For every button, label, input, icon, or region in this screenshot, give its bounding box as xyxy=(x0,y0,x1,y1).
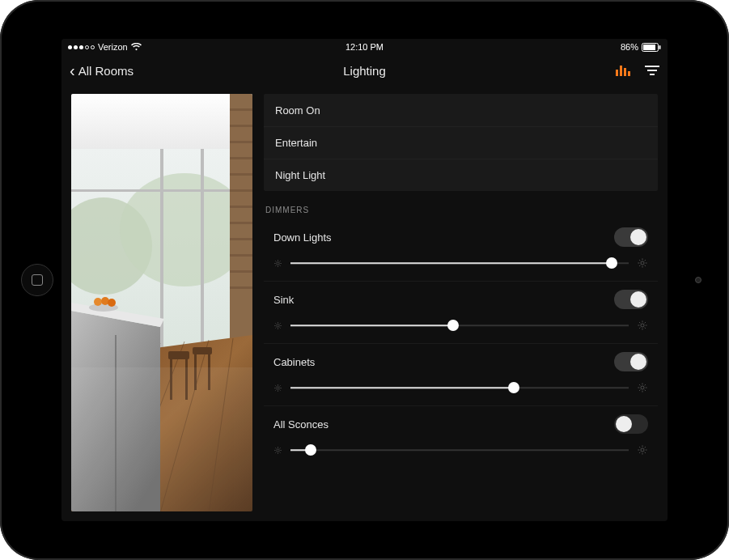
signal-strength-icon xyxy=(68,45,95,49)
chevron-left-icon: ‹ xyxy=(70,62,75,78)
svg-line-49 xyxy=(280,265,281,265)
svg-line-59 xyxy=(639,265,640,266)
brightness-low-icon xyxy=(273,446,282,455)
svg-line-75 xyxy=(639,322,640,323)
svg-line-48 xyxy=(276,261,277,261)
filter-icon[interactable] xyxy=(645,66,659,75)
screen: Verizon 12:10 PM 86% ‹ All Rooms Lightin… xyxy=(61,39,668,521)
brightness-low-icon xyxy=(273,259,282,268)
svg-line-77 xyxy=(639,328,640,329)
dimmer-name: Cabinets xyxy=(273,356,315,368)
svg-rect-14 xyxy=(230,141,252,143)
svg-point-79 xyxy=(277,386,279,388)
wifi-icon xyxy=(131,43,142,51)
dimmer-toggle[interactable] xyxy=(614,290,648,309)
svg-line-94 xyxy=(645,390,646,391)
svg-rect-42 xyxy=(71,367,252,511)
svg-line-113 xyxy=(639,452,640,453)
svg-line-93 xyxy=(639,384,640,385)
scene-item-room-on[interactable]: Room On xyxy=(264,94,658,126)
svg-line-84 xyxy=(276,385,277,386)
dimmer-name: Down Lights xyxy=(273,231,332,244)
room-photo xyxy=(71,94,252,511)
svg-rect-1 xyxy=(643,45,655,50)
svg-rect-2 xyxy=(659,45,661,49)
svg-rect-22 xyxy=(230,270,252,273)
svg-point-97 xyxy=(277,448,279,451)
svg-rect-10 xyxy=(201,149,204,359)
svg-rect-21 xyxy=(230,254,252,257)
brightness-low-icon xyxy=(273,321,282,330)
dimmer-list: Down Lights Sink Cabinet xyxy=(264,219,658,468)
dimmer-slider[interactable] xyxy=(290,255,629,271)
dimmer-row: All Sconces xyxy=(264,405,658,468)
svg-rect-23 xyxy=(230,286,252,289)
home-button[interactable] xyxy=(21,264,53,296)
battery-percentage: 86% xyxy=(621,42,638,52)
dimmer-slider[interactable] xyxy=(290,380,629,396)
back-button[interactable]: ‹ All Rooms xyxy=(70,62,134,78)
svg-line-104 xyxy=(276,452,277,452)
svg-line-60 xyxy=(645,260,646,261)
svg-line-50 xyxy=(276,265,277,265)
back-label: All Rooms xyxy=(78,64,134,78)
controls-panel: Room On Entertain Night Light DIMMERS Do… xyxy=(264,94,658,511)
svg-line-67 xyxy=(280,327,281,328)
svg-line-66 xyxy=(276,323,277,324)
brightness-high-icon xyxy=(637,382,648,393)
dimmer-name: Sink xyxy=(273,294,294,306)
svg-rect-35 xyxy=(193,347,212,354)
svg-line-112 xyxy=(645,452,646,453)
ipad-frame: Verizon 12:10 PM 86% ‹ All Rooms Lightin… xyxy=(0,0,729,560)
svg-point-39 xyxy=(94,298,102,306)
equalizer-icon[interactable] xyxy=(616,65,630,76)
dimmer-row: Sink xyxy=(264,281,658,343)
scene-item-entertain[interactable]: Entertain xyxy=(264,126,658,159)
svg-rect-32 xyxy=(168,351,189,359)
svg-line-102 xyxy=(276,448,277,448)
svg-line-78 xyxy=(645,322,646,323)
svg-line-69 xyxy=(280,323,281,324)
nav-bar: ‹ All Rooms Lighting xyxy=(61,55,668,86)
clock: 12:10 PM xyxy=(345,42,384,52)
brightness-high-icon xyxy=(637,320,648,331)
svg-line-85 xyxy=(280,389,281,390)
dimmer-slider[interactable] xyxy=(290,442,629,458)
svg-line-58 xyxy=(645,265,646,266)
svg-rect-19 xyxy=(230,222,252,224)
svg-line-51 xyxy=(280,261,281,261)
svg-rect-20 xyxy=(230,238,252,240)
battery-icon xyxy=(642,43,661,52)
svg-line-57 xyxy=(639,260,640,261)
dimmer-toggle[interactable] xyxy=(614,352,648,371)
svg-rect-13 xyxy=(230,125,252,127)
svg-point-61 xyxy=(277,324,279,326)
svg-line-103 xyxy=(280,452,281,452)
svg-point-41 xyxy=(108,299,116,307)
svg-line-96 xyxy=(645,384,646,385)
svg-rect-17 xyxy=(230,189,252,192)
brightness-high-icon xyxy=(637,444,648,456)
dimmer-row: Cabinets xyxy=(264,343,658,405)
svg-line-105 xyxy=(280,448,281,448)
svg-line-95 xyxy=(639,390,640,391)
dimmer-slider[interactable] xyxy=(290,317,629,333)
svg-point-70 xyxy=(641,324,644,327)
scene-label: Entertain xyxy=(275,137,317,149)
scene-item-night-light[interactable]: Night Light xyxy=(264,159,658,191)
dimmer-toggle[interactable] xyxy=(614,414,648,434)
svg-point-106 xyxy=(641,448,644,452)
svg-point-43 xyxy=(277,261,279,264)
dimmer-toggle[interactable] xyxy=(614,227,648,247)
svg-rect-12 xyxy=(230,108,252,111)
svg-rect-16 xyxy=(230,173,252,176)
scene-list: Room On Entertain Night Light xyxy=(264,94,658,191)
dimmer-row: Down Lights xyxy=(264,219,658,281)
carrier-label: Verizon xyxy=(98,42,128,52)
brightness-high-icon xyxy=(637,257,648,269)
svg-line-68 xyxy=(276,327,277,328)
svg-line-114 xyxy=(645,447,646,448)
svg-point-52 xyxy=(641,261,644,265)
svg-rect-9 xyxy=(160,149,163,359)
dimmer-name: All Sconces xyxy=(273,418,328,431)
